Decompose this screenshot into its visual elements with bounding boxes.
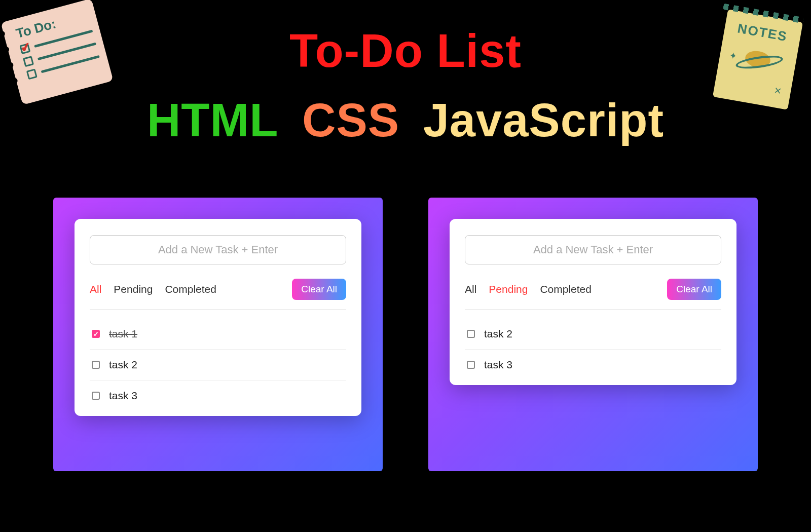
- new-task-input[interactable]: [90, 235, 346, 264]
- task-label: task 2: [484, 328, 512, 340]
- tech-html: HTML: [147, 94, 278, 146]
- todo-card-right: All Pending Completed Clear All task 2ta…: [450, 219, 736, 385]
- filter-all[interactable]: All: [465, 283, 476, 295]
- task-label: task 1: [109, 328, 137, 340]
- filter-all[interactable]: All: [90, 283, 101, 295]
- task-checkbox[interactable]: [92, 330, 100, 338]
- new-task-input[interactable]: [465, 235, 721, 264]
- task-checkbox[interactable]: [467, 361, 475, 369]
- task-label: task 2: [109, 359, 137, 371]
- task-list-right: task 2task 3: [465, 319, 721, 380]
- main-title: To-Do List: [0, 24, 811, 78]
- task-item: task 2: [465, 319, 721, 350]
- filter-completed[interactable]: Completed: [165, 283, 216, 295]
- task-checkbox[interactable]: [92, 361, 100, 369]
- todo-panel-all-view: All Pending Completed Clear All task 1ta…: [53, 198, 383, 471]
- notes-sticker-icon: NOTES ✦ ✕: [713, 9, 803, 109]
- sticker-notes-label: NOTES: [724, 18, 801, 47]
- tech-css: CSS: [302, 94, 399, 146]
- tech-js: JavaScript: [423, 94, 664, 146]
- task-label: task 3: [109, 390, 137, 402]
- filter-pending[interactable]: Pending: [114, 283, 153, 295]
- filter-pending[interactable]: Pending: [489, 283, 528, 295]
- task-item: task 3: [90, 381, 346, 411]
- task-checkbox[interactable]: [467, 330, 475, 338]
- task-label: task 3: [484, 359, 512, 371]
- task-item: task 2: [90, 350, 346, 381]
- task-item: task 1: [90, 319, 346, 350]
- clear-all-button[interactable]: Clear All: [292, 279, 346, 300]
- todo-card-left: All Pending Completed Clear All task 1ta…: [75, 219, 361, 416]
- task-list-left: task 1task 2task 3: [90, 319, 346, 411]
- task-checkbox[interactable]: [92, 392, 100, 400]
- todo-sticker-icon: To Do:: [1, 0, 113, 105]
- todo-panel-pending-view: All Pending Completed Clear All task 2ta…: [428, 198, 758, 471]
- title-text: To-Do List: [289, 25, 522, 77]
- task-item: task 3: [465, 350, 721, 380]
- filter-completed[interactable]: Completed: [540, 283, 592, 295]
- filter-row: All Pending Completed Clear All: [90, 279, 346, 310]
- clear-all-button[interactable]: Clear All: [667, 279, 721, 300]
- tech-subtitle: HTML CSS JavaScript: [0, 94, 811, 147]
- filter-row: All Pending Completed Clear All: [465, 279, 721, 310]
